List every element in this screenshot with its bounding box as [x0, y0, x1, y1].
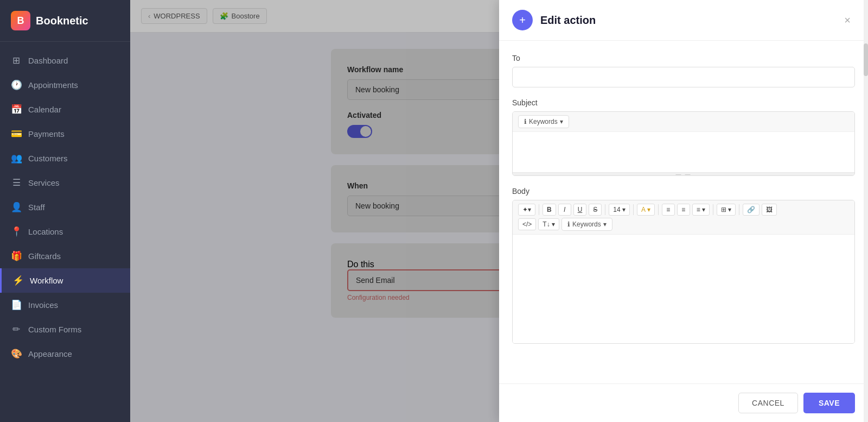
- separator: [605, 204, 605, 215]
- underline-button[interactable]: U: [573, 204, 587, 216]
- sidebar-item-label: Calendar: [28, 105, 61, 114]
- to-input[interactable]: [512, 67, 855, 87]
- logo-text: Booknetic: [36, 15, 88, 27]
- text-color-button[interactable]: A ▾: [637, 204, 655, 216]
- font-size-button[interactable]: 14 ▾: [609, 204, 630, 216]
- align-button[interactable]: ≡ ▾: [692, 204, 710, 216]
- keywords-label: Keywords: [529, 118, 558, 125]
- scrollbar-track: [864, 0, 868, 422]
- sidebar-nav: ⊞ Dashboard 🕐 Appointments 📅 Calendar 💳 …: [0, 42, 130, 422]
- table-button[interactable]: ⊞ ▾: [717, 204, 736, 216]
- cancel-button[interactable]: CANCEL: [738, 393, 798, 413]
- workflow-icon: ⚡: [12, 275, 23, 286]
- numbered-list-button[interactable]: ≡: [677, 204, 690, 216]
- info-icon2: ℹ: [567, 221, 570, 228]
- toolbar-row-1: ✦▾ B I U S 14 ▾ A ▾: [518, 204, 849, 216]
- modal-plus-icon: +: [512, 10, 533, 30]
- bold-button[interactable]: B: [542, 204, 556, 216]
- keywords2-chevron-icon: ▾: [603, 221, 607, 228]
- sidebar-item-invoices[interactable]: 📄 Invoices: [0, 293, 130, 317]
- code-button[interactable]: </>: [518, 218, 536, 230]
- image-button[interactable]: 🖼: [762, 204, 777, 216]
- body-editor: ✦▾ B I U S 14 ▾ A ▾: [512, 200, 855, 344]
- sidebar-item-label: Workflow: [30, 276, 63, 285]
- subject-textarea[interactable]: [513, 132, 854, 170]
- sidebar-item-appearance[interactable]: 🎨 Appearance: [0, 342, 130, 366]
- sidebar-item-label: Locations: [28, 227, 63, 236]
- modal-overlay: + Edit action × To Subject ℹ: [130, 0, 868, 422]
- subject-toolbar: ℹ Keywords ▾: [513, 112, 854, 132]
- sidebar-item-label: Invoices: [28, 300, 58, 310]
- subject-label: Subject: [512, 98, 855, 107]
- modal-close-button[interactable]: ×: [840, 12, 855, 29]
- main-area: ‹ WORDPRESS 🧩 Boostore Workflow name Act…: [130, 0, 868, 422]
- appointments-icon: 🕐: [11, 79, 22, 91]
- sidebar-item-label: Custom Forms: [28, 325, 81, 334]
- body-content-area[interactable]: [513, 235, 854, 343]
- custom-forms-icon: ✏: [11, 324, 22, 335]
- sidebar-item-custom-forms[interactable]: ✏ Custom Forms: [0, 317, 130, 342]
- keywords-chevron-icon: ▾: [560, 118, 563, 125]
- payments-icon: 💳: [11, 128, 22, 140]
- sidebar-item-label: Dashboard: [28, 56, 68, 65]
- sidebar-item-label: Appointments: [28, 80, 78, 90]
- subject-keywords-button[interactable]: ℹ Keywords ▾: [518, 115, 569, 128]
- magic-wand-button[interactable]: ✦▾: [518, 204, 535, 216]
- customers-icon: 👥: [11, 153, 22, 164]
- logo-icon: B: [11, 11, 30, 30]
- sidebar-item-staff[interactable]: 👤 Staff: [0, 195, 130, 219]
- body-field: Body ✦▾ B I U S: [512, 187, 855, 344]
- sidebar-item-giftcards[interactable]: 🎁 Giftcards: [0, 244, 130, 268]
- keywords2-label: Keywords: [572, 221, 601, 228]
- resize-handle[interactable]: — —: [513, 172, 854, 175]
- services-icon: ☰: [11, 177, 22, 188]
- to-label: To: [512, 54, 855, 62]
- separator: [633, 204, 634, 215]
- toolbar-row-2: </> T↓ ▾ ℹ Keywords ▾: [518, 218, 849, 231]
- modal-body: To Subject ℹ Keywords ▾: [499, 41, 868, 383]
- separator: [658, 204, 659, 215]
- separator: [713, 204, 713, 215]
- modal-header: + Edit action ×: [499, 0, 868, 41]
- separator: [539, 204, 539, 215]
- body-label: Body: [512, 187, 855, 196]
- italic-button[interactable]: I: [558, 204, 571, 216]
- sidebar-item-label: Services: [28, 178, 60, 187]
- scrollbar-thumb[interactable]: [864, 43, 868, 76]
- staff-icon: 👤: [11, 201, 22, 213]
- sidebar-item-locations[interactable]: 📍 Locations: [0, 219, 130, 244]
- sidebar-item-appointments[interactable]: 🕐 Appointments: [0, 73, 130, 97]
- sidebar-item-label: Customers: [28, 154, 68, 163]
- calendar-icon: 📅: [11, 104, 22, 115]
- bullet-list-button[interactable]: ≡: [662, 204, 675, 216]
- link-button[interactable]: 🔗: [743, 204, 760, 216]
- body-toolbar: ✦▾ B I U S 14 ▾ A ▾: [513, 200, 854, 235]
- modal-footer: CANCEL SAVE: [499, 383, 868, 422]
- sidebar-item-payments[interactable]: 💳 Payments: [0, 122, 130, 146]
- sidebar-item-services[interactable]: ☰ Services: [0, 171, 130, 195]
- subject-editor: ℹ Keywords ▾ — —: [512, 111, 855, 176]
- separator: [739, 204, 739, 215]
- body-keywords-button[interactable]: ℹ Keywords ▾: [561, 218, 612, 231]
- subject-field: Subject ℹ Keywords ▾ — —: [512, 98, 855, 176]
- sidebar-item-workflow[interactable]: ⚡ Workflow: [0, 268, 130, 293]
- sidebar-item-label: Giftcards: [28, 251, 61, 261]
- sidebar-item-label: Staff: [28, 203, 45, 212]
- to-field: To: [512, 54, 855, 87]
- sidebar-logo: B Booknetic: [0, 0, 130, 42]
- edit-action-modal: + Edit action × To Subject ℹ: [499, 0, 868, 422]
- sidebar-item-label: Payments: [28, 129, 65, 138]
- appearance-icon: 🎨: [11, 348, 22, 360]
- info-icon: ℹ: [524, 118, 527, 125]
- sidebar-item-customers[interactable]: 👥 Customers: [0, 146, 130, 171]
- resize-dots-icon: — —: [676, 171, 692, 176]
- locations-icon: 📍: [11, 226, 22, 237]
- dashboard-icon: ⊞: [11, 55, 22, 66]
- save-button[interactable]: SAVE: [803, 393, 855, 413]
- strikethrough-button[interactable]: S: [589, 204, 602, 216]
- sidebar-item-dashboard[interactable]: ⊞ Dashboard: [0, 48, 130, 73]
- invoices-icon: 📄: [11, 299, 22, 311]
- text-type-button[interactable]: T↓ ▾: [538, 218, 559, 230]
- giftcards-icon: 🎁: [11, 250, 22, 262]
- sidebar-item-calendar[interactable]: 📅 Calendar: [0, 97, 130, 122]
